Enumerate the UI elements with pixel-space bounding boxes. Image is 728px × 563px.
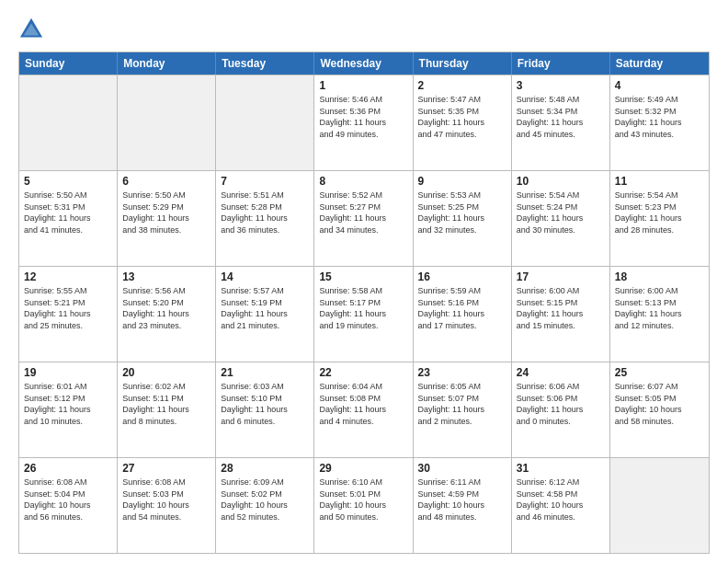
calendar-header-row: SundayMondayTuesdayWednesdayThursdayFrid… bbox=[19, 52, 709, 75]
cell-text: Sunrise: 5:48 AM Sunset: 5:34 PM Dayligh… bbox=[517, 94, 605, 140]
day-number: 10 bbox=[517, 175, 605, 188]
cal-cell-r2-c1: 13Sunrise: 5:56 AM Sunset: 5:20 PM Dayli… bbox=[118, 267, 216, 362]
cal-cell-r3-c5: 24Sunrise: 6:06 AM Sunset: 5:06 PM Dayli… bbox=[512, 362, 610, 457]
cell-text: Sunrise: 6:02 AM Sunset: 5:11 PM Dayligh… bbox=[122, 381, 210, 427]
cell-text: Sunrise: 6:01 AM Sunset: 5:12 PM Dayligh… bbox=[24, 381, 112, 427]
cal-cell-r1-c4: 9Sunrise: 5:53 AM Sunset: 5:25 PM Daylig… bbox=[414, 171, 512, 266]
cal-cell-r2-c5: 17Sunrise: 6:00 AM Sunset: 5:15 PM Dayli… bbox=[512, 267, 610, 362]
cal-header-thursday: Thursday bbox=[414, 52, 512, 75]
cell-text: Sunrise: 6:08 AM Sunset: 5:04 PM Dayligh… bbox=[24, 477, 112, 523]
day-number: 7 bbox=[221, 175, 309, 188]
cal-cell-r0-c1 bbox=[118, 75, 216, 170]
cal-cell-r3-c0: 19Sunrise: 6:01 AM Sunset: 5:12 PM Dayli… bbox=[19, 362, 118, 457]
day-number: 3 bbox=[517, 79, 605, 92]
cal-cell-r3-c6: 25Sunrise: 6:07 AM Sunset: 5:05 PM Dayli… bbox=[610, 362, 709, 457]
day-number: 4 bbox=[615, 79, 704, 92]
cell-text: Sunrise: 5:50 AM Sunset: 5:31 PM Dayligh… bbox=[24, 190, 112, 236]
day-number: 21 bbox=[221, 366, 309, 379]
cell-text: Sunrise: 5:55 AM Sunset: 5:21 PM Dayligh… bbox=[24, 285, 112, 331]
cell-text: Sunrise: 6:00 AM Sunset: 5:13 PM Dayligh… bbox=[615, 285, 704, 331]
cell-text: Sunrise: 6:05 AM Sunset: 5:07 PM Dayligh… bbox=[418, 381, 506, 427]
day-number: 9 bbox=[418, 175, 506, 188]
cell-text: Sunrise: 5:53 AM Sunset: 5:25 PM Dayligh… bbox=[418, 190, 506, 236]
day-number: 23 bbox=[418, 366, 506, 379]
cell-text: Sunrise: 6:10 AM Sunset: 5:01 PM Dayligh… bbox=[319, 477, 407, 523]
cell-text: Sunrise: 5:58 AM Sunset: 5:17 PM Dayligh… bbox=[319, 285, 407, 331]
cal-cell-r0-c6: 4Sunrise: 5:49 AM Sunset: 5:32 PM Daylig… bbox=[610, 75, 709, 170]
cal-header-tuesday: Tuesday bbox=[216, 52, 314, 75]
day-number: 17 bbox=[517, 270, 605, 283]
day-number: 25 bbox=[615, 366, 704, 379]
day-number: 8 bbox=[319, 175, 407, 188]
cal-cell-r3-c2: 21Sunrise: 6:03 AM Sunset: 5:10 PM Dayli… bbox=[216, 362, 314, 457]
cal-cell-r4-c2: 28Sunrise: 6:09 AM Sunset: 5:02 PM Dayli… bbox=[216, 458, 314, 553]
cal-row-4: 26Sunrise: 6:08 AM Sunset: 5:04 PM Dayli… bbox=[19, 457, 709, 553]
cal-cell-r3-c4: 23Sunrise: 6:05 AM Sunset: 5:07 PM Dayli… bbox=[414, 362, 512, 457]
calendar: SundayMondayTuesdayWednesdayThursdayFrid… bbox=[18, 52, 710, 554]
day-number: 13 bbox=[122, 270, 210, 283]
day-number: 11 bbox=[615, 175, 704, 188]
day-number: 12 bbox=[24, 270, 112, 283]
day-number: 2 bbox=[418, 79, 506, 92]
cell-text: Sunrise: 5:54 AM Sunset: 5:23 PM Dayligh… bbox=[615, 190, 704, 236]
day-number: 15 bbox=[319, 270, 407, 283]
day-number: 14 bbox=[221, 270, 309, 283]
day-number: 1 bbox=[319, 79, 407, 92]
cell-text: Sunrise: 6:08 AM Sunset: 5:03 PM Dayligh… bbox=[122, 477, 210, 523]
cal-cell-r0-c0 bbox=[19, 75, 118, 170]
day-number: 22 bbox=[319, 366, 407, 379]
day-number: 30 bbox=[418, 462, 506, 475]
day-number: 27 bbox=[122, 462, 210, 475]
cell-text: Sunrise: 6:04 AM Sunset: 5:08 PM Dayligh… bbox=[319, 381, 407, 427]
cell-text: Sunrise: 6:11 AM Sunset: 4:59 PM Dayligh… bbox=[418, 477, 506, 523]
cell-text: Sunrise: 5:57 AM Sunset: 5:19 PM Dayligh… bbox=[221, 285, 309, 331]
cell-text: Sunrise: 5:52 AM Sunset: 5:27 PM Dayligh… bbox=[319, 190, 407, 236]
day-number: 24 bbox=[517, 366, 605, 379]
cal-cell-r2-c2: 14Sunrise: 5:57 AM Sunset: 5:19 PM Dayli… bbox=[216, 267, 314, 362]
cell-text: Sunrise: 5:49 AM Sunset: 5:32 PM Dayligh… bbox=[615, 94, 704, 140]
cell-text: Sunrise: 6:09 AM Sunset: 5:02 PM Dayligh… bbox=[221, 477, 309, 523]
day-number: 19 bbox=[24, 366, 112, 379]
cal-cell-r1-c2: 7Sunrise: 5:51 AM Sunset: 5:28 PM Daylig… bbox=[216, 171, 314, 266]
cal-row-1: 5Sunrise: 5:50 AM Sunset: 5:31 PM Daylig… bbox=[19, 170, 709, 266]
day-number: 28 bbox=[221, 462, 309, 475]
day-number: 16 bbox=[418, 270, 506, 283]
day-number: 31 bbox=[517, 462, 605, 475]
cell-text: Sunrise: 5:54 AM Sunset: 5:24 PM Dayligh… bbox=[517, 190, 605, 236]
cal-row-3: 19Sunrise: 6:01 AM Sunset: 5:12 PM Dayli… bbox=[19, 362, 709, 457]
cal-cell-r4-c3: 29Sunrise: 6:10 AM Sunset: 5:01 PM Dayli… bbox=[314, 458, 413, 553]
cal-cell-r1-c5: 10Sunrise: 5:54 AM Sunset: 5:24 PM Dayli… bbox=[512, 171, 610, 266]
cal-cell-r2-c3: 15Sunrise: 5:58 AM Sunset: 5:17 PM Dayli… bbox=[314, 267, 413, 362]
cell-text: Sunrise: 5:59 AM Sunset: 5:16 PM Dayligh… bbox=[418, 285, 506, 331]
page: SundayMondayTuesdayWednesdayThursdayFrid… bbox=[0, 0, 728, 563]
cal-header-wednesday: Wednesday bbox=[314, 52, 413, 75]
cal-header-saturday: Saturday bbox=[610, 52, 709, 75]
cal-cell-r1-c1: 6Sunrise: 5:50 AM Sunset: 5:29 PM Daylig… bbox=[118, 171, 216, 266]
day-number: 5 bbox=[24, 175, 112, 188]
cal-header-monday: Monday bbox=[118, 52, 216, 75]
cal-cell-r4-c6 bbox=[610, 458, 709, 553]
calendar-body: 1Sunrise: 5:46 AM Sunset: 5:36 PM Daylig… bbox=[19, 75, 709, 553]
cal-cell-r1-c6: 11Sunrise: 5:54 AM Sunset: 5:23 PM Dayli… bbox=[610, 171, 709, 266]
day-number: 29 bbox=[319, 462, 407, 475]
cal-cell-r0-c3: 1Sunrise: 5:46 AM Sunset: 5:36 PM Daylig… bbox=[314, 75, 413, 170]
day-number: 26 bbox=[24, 462, 112, 475]
cal-cell-r2-c0: 12Sunrise: 5:55 AM Sunset: 5:21 PM Dayli… bbox=[19, 267, 118, 362]
cal-cell-r4-c1: 27Sunrise: 6:08 AM Sunset: 5:03 PM Dayli… bbox=[118, 458, 216, 553]
day-number: 18 bbox=[615, 270, 704, 283]
cal-cell-r4-c4: 30Sunrise: 6:11 AM Sunset: 4:59 PM Dayli… bbox=[414, 458, 512, 553]
cell-text: Sunrise: 6:07 AM Sunset: 5:05 PM Dayligh… bbox=[615, 381, 704, 427]
cal-cell-r4-c0: 26Sunrise: 6:08 AM Sunset: 5:04 PM Dayli… bbox=[19, 458, 118, 553]
cal-cell-r4-c5: 31Sunrise: 6:12 AM Sunset: 4:58 PM Dayli… bbox=[512, 458, 610, 553]
cal-header-sunday: Sunday bbox=[19, 52, 118, 75]
cal-cell-r0-c5: 3Sunrise: 5:48 AM Sunset: 5:34 PM Daylig… bbox=[512, 75, 610, 170]
cal-cell-r0-c2 bbox=[216, 75, 314, 170]
cell-text: Sunrise: 5:50 AM Sunset: 5:29 PM Dayligh… bbox=[122, 190, 210, 236]
cell-text: Sunrise: 5:56 AM Sunset: 5:20 PM Dayligh… bbox=[122, 285, 210, 331]
cell-text: Sunrise: 5:47 AM Sunset: 5:35 PM Dayligh… bbox=[418, 94, 506, 140]
cal-cell-r1-c3: 8Sunrise: 5:52 AM Sunset: 5:27 PM Daylig… bbox=[314, 171, 413, 266]
cal-cell-r2-c6: 18Sunrise: 6:00 AM Sunset: 5:13 PM Dayli… bbox=[610, 267, 709, 362]
cal-cell-r0-c4: 2Sunrise: 5:47 AM Sunset: 5:35 PM Daylig… bbox=[414, 75, 512, 170]
cell-text: Sunrise: 6:12 AM Sunset: 4:58 PM Dayligh… bbox=[517, 477, 605, 523]
cal-cell-r3-c1: 20Sunrise: 6:02 AM Sunset: 5:11 PM Dayli… bbox=[118, 362, 216, 457]
